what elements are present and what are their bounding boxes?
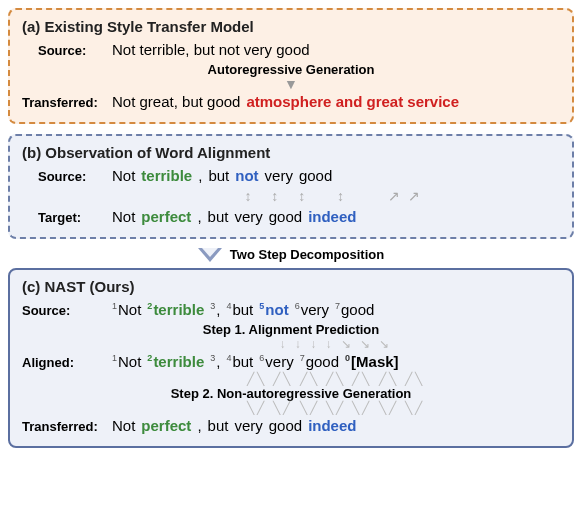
word: very [265,167,293,184]
panel-c-aligned-sentence: 1Not 2terrible 3, 4but 6very 7good 0[Mas… [112,353,399,370]
word: 7good [335,301,374,318]
word-emph: 2terrible [147,353,204,370]
word: 4but [226,301,253,318]
panel-c-source-sentence: 1Not 2terrible 3, 4but 5not 6very 7good [112,301,374,318]
chevron-down-icon [198,248,222,262]
panel-a-source-row: Source: Not terrible, but not very good [22,41,560,58]
arrow-down-icon: ▼ [22,79,560,89]
word: Not [112,417,135,434]
transferred-text: Not great, but good atmosphere and great… [112,93,459,110]
target-label: Target: [22,210,112,225]
transferred-prefix: Not great, but good [112,93,240,110]
panel-c-transferred-row: Transferred: Not perfect , but very good… [22,417,560,434]
word: but [208,417,229,434]
word-emph: terrible [141,167,192,184]
panel-b-title: (b) Observation of Word Alignment [22,144,560,161]
aligned-label: Aligned: [22,355,112,370]
panel-nast: (c) NAST (Ours) Source: 1Not 2terrible 3… [8,268,574,448]
panel-c-aligned-row: Aligned: 1Not 2terrible 3, 4but 6very 7g… [22,353,560,370]
word: good [269,208,302,225]
transferred-label: Transferred: [22,95,112,110]
word: Not [112,208,135,225]
word: , [198,167,202,184]
panel-a-title: (a) Existing Style Transfer Model [22,18,560,35]
word-emph: 2terrible [147,301,204,318]
decomposition-label: Two Step Decomposition [230,247,384,262]
word: but [208,208,229,225]
source-label: Source: [22,169,112,184]
mask-token: 0[Mask] [345,353,399,370]
panel-c-title: (c) NAST (Ours) [22,278,560,295]
panel-b-target-row: Target: Not perfect , but very good inde… [22,208,560,225]
alignment-arrows-icon: ↕ ↕ ↕ ↕ ↗↗ [22,188,560,204]
word: , [197,208,201,225]
word: good [299,167,332,184]
word: 4but [226,353,253,370]
word: very [234,208,262,225]
panel-c-source-row: Source: 1Not 2terrible 3, 4but 5not 6ver… [22,301,560,318]
panel-a-transferred-row: Transferred: Not great, but good atmosph… [22,93,560,110]
word: 1Not [112,353,141,370]
word: 6very [295,301,329,318]
source-label: Source: [22,43,112,58]
step1-arrows-icon: ↓ ↓ ↓ ↓ ↘ ↘ ↘ [22,339,560,349]
panel-word-alignment: (b) Observation of Word Alignment Source… [8,134,574,239]
word-emph: indeed [308,208,356,225]
word: 3, [210,353,220,370]
source-text: Not terrible, but not very good [112,41,310,58]
word-emph: 5not [259,301,288,318]
word: very [234,417,262,434]
word: good [269,417,302,434]
autoregressive-label: Autoregressive Generation [22,62,560,77]
step2-arrows-bottom-icon: ╲╱ ╲╱ ╲╱ ╲╱ ╲╱ ╲╱ ╲╱ [22,403,560,413]
transferred-emphasis: atmosphere and great service [246,93,459,110]
word: 1Not [112,301,141,318]
word-emph: not [235,167,258,184]
panel-b-source-sentence: Not terrible , but not very good [112,167,332,184]
word-emph: indeed [308,417,356,434]
transferred-label: Transferred: [22,419,112,434]
panel-existing-model: (a) Existing Style Transfer Model Source… [8,8,574,124]
word: 6very [259,353,293,370]
step2-arrows-top-icon: ╱╲ ╱╲ ╱╲ ╱╲ ╱╲ ╱╲ ╱╲ [22,374,560,384]
panel-b-target-sentence: Not perfect , but very good indeed [112,208,356,225]
word-emph: perfect [141,208,191,225]
word-emph: perfect [141,417,191,434]
word: 3, [210,301,220,318]
word: , [197,417,201,434]
word: 7good [300,353,339,370]
word: but [208,167,229,184]
step1-label: Step 1. Alignment Prediction [22,322,560,337]
step2-label: Step 2. Non-autoregressive Generation [22,386,560,401]
source-label: Source: [22,303,112,318]
word: Not [112,167,135,184]
panel-c-transferred-sentence: Not perfect , but very good indeed [112,417,356,434]
decomposition-arrow: Two Step Decomposition [8,247,574,262]
panel-b-source-row: Source: Not terrible , but not very good [22,167,560,184]
